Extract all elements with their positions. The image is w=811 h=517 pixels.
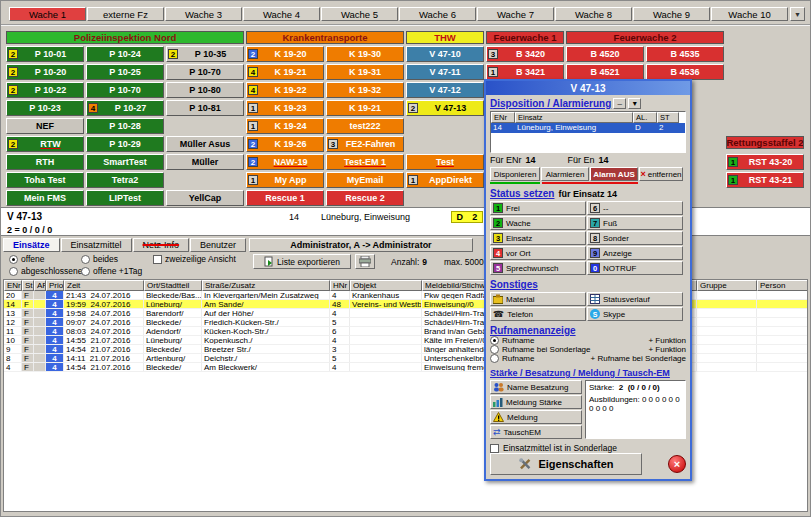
column-header-hnr[interactable]: HNr: [330, 280, 350, 291]
unit-button-p-10-27[interactable]: 4P 10-27: [86, 100, 164, 116]
unit-button-b-4521[interactable]: B 4521: [566, 64, 644, 80]
unit-button-p-10-70[interactable]: P 10-70: [166, 64, 244, 80]
status-button-7[interactable]: 7Fuß: [587, 216, 683, 230]
unit-button-k-19-30[interactable]: K 19-30: [326, 46, 404, 62]
status-button-1[interactable]: 1Frei: [490, 201, 586, 215]
unit-button-p-10-25[interactable]: P 10-25: [86, 64, 164, 80]
meldung-staerke-button[interactable]: Meldung Stärke: [490, 395, 582, 409]
tab-wache-3[interactable]: Wache 3: [165, 7, 242, 21]
unit-button-p-10-22[interactable]: 2P 10-22: [6, 82, 84, 98]
disponieren-button[interactable]: Disponieren: [490, 167, 540, 181]
tausch-em-button[interactable]: ⇄ TauschEM: [490, 425, 582, 439]
unit-button-müller[interactable]: Müller: [166, 154, 244, 170]
unit-button-p-10-24[interactable]: P 10-24: [86, 46, 164, 62]
status-button-9[interactable]: 9Anzeige: [587, 246, 683, 260]
tab-wache-6[interactable]: Wache 6: [399, 7, 476, 21]
dialog-close-button[interactable]: ×: [668, 455, 686, 473]
tab-wache-9[interactable]: Wache 9: [633, 7, 710, 21]
statusverlauf-button[interactable]: Statusverlauf: [587, 292, 683, 306]
column-header-prio[interactable]: Prio: [46, 280, 64, 291]
sonderlage-checkbox[interactable]: Einsatzmittel ist in Sonderlage: [490, 443, 686, 453]
column-header-enr[interactable]: ENr: [4, 280, 22, 291]
unit-button-v-47-13[interactable]: 2V 47-13: [406, 100, 484, 116]
unit-button-k-19-21[interactable]: 4K 19-21: [246, 64, 324, 80]
unit-button-mein-fms[interactable]: Mein FMS: [6, 190, 84, 206]
status-button-6[interactable]: 6--: [587, 201, 683, 215]
unit-button-naw-19[interactable]: 2NAW-19: [246, 154, 324, 170]
column-header-objekt[interactable]: Objekt: [350, 280, 422, 291]
unit-button-test[interactable]: Test: [406, 154, 484, 170]
dispo-menu-button[interactable]: ▾: [628, 98, 641, 109]
column-header-person[interactable]: Person: [757, 280, 808, 291]
unit-button-my-app[interactable]: 1My App: [246, 172, 324, 188]
rufname-option-3[interactable]: Rufname + Rufname bei Sonderlage: [490, 354, 686, 363]
unit-button-rescue-2[interactable]: Rescue 2: [326, 190, 404, 206]
unit-button-b-4535[interactable]: B 4535: [646, 46, 724, 62]
entfernen-button[interactable]: × entfernen: [639, 167, 683, 181]
unit-button-smarttest[interactable]: SmartTest: [86, 154, 164, 170]
unit-button-k-19-22[interactable]: 4K 19-22: [246, 82, 324, 98]
unit-button-tetra2[interactable]: Tetra2: [86, 172, 164, 188]
status-button-8[interactable]: 8Sonder: [587, 231, 683, 245]
unit-button-rst-43-20[interactable]: 1RST 43-20: [726, 154, 804, 170]
filter-abgeschlossene[interactable]: abgeschlossene: [9, 266, 82, 276]
view-tab-benutzer[interactable]: Benutzer: [190, 238, 246, 252]
unit-button-k-19-21[interactable]: K 19-21: [326, 100, 404, 116]
unit-button-k-19-32[interactable]: K 19-32: [326, 82, 404, 98]
unit-button-yellcap[interactable]: YellCap: [166, 190, 244, 206]
skype-button[interactable]: S Skype: [587, 307, 683, 321]
unit-button-p-10-28[interactable]: P 10-28: [86, 118, 164, 134]
unit-button-k-19-31[interactable]: K 19-31: [326, 64, 404, 80]
unit-button-p-10-29[interactable]: P 10-29: [86, 136, 164, 152]
tab-wache-10[interactable]: Wache 10: [711, 7, 788, 21]
tab-wache-8[interactable]: Wache 8: [555, 7, 632, 21]
unit-button-b-3421[interactable]: 1B 3421: [486, 64, 564, 80]
liste-exportieren-button[interactable]: Liste exportieren: [253, 254, 351, 269]
unit-button-k-19-20[interactable]: 2K 19-20: [246, 46, 324, 62]
unit-button-nef[interactable]: NEF: [6, 118, 84, 134]
view-tab-netz-info[interactable]: Netz-Info: [133, 238, 190, 252]
column-header-straße-zusatz[interactable]: Straße/Zusatz: [202, 280, 330, 291]
status-button-3[interactable]: 3Einsatz: [490, 231, 586, 245]
material-button[interactable]: Material: [490, 292, 586, 306]
unit-button-p-10-20[interactable]: 2P 10-20: [6, 64, 84, 80]
unit-button-b-4520[interactable]: B 4520: [566, 46, 644, 62]
unit-button-k-19-26[interactable]: 2K 19-26: [246, 136, 324, 152]
filter-offene[interactable]: offene: [9, 254, 44, 264]
print-button[interactable]: [355, 254, 375, 269]
rufname-option-1[interactable]: Rufname + Funktion: [490, 336, 686, 345]
status-button-0[interactable]: 0NOTRUF: [587, 261, 683, 275]
tab-wache-1[interactable]: Wache 1: [9, 7, 86, 21]
tab-wache-7[interactable]: Wache 7: [477, 7, 554, 21]
tab-wache-4[interactable]: Wache 4: [243, 7, 320, 21]
unit-button-müller-asus[interactable]: Müller Asus: [166, 136, 244, 152]
column-header-gruppe[interactable]: Gruppe: [697, 280, 757, 291]
unit-button-appdirekt[interactable]: 1AppDirekt: [406, 172, 484, 188]
column-header-ort-stadtteil[interactable]: Ort/Stadtteil: [144, 280, 202, 291]
view-tab-einsatzmittel[interactable]: Einsatzmittel: [61, 238, 132, 252]
unit-button-rth[interactable]: RTH: [6, 154, 84, 170]
eigenschaften-button[interactable]: Eigenschaften: [490, 453, 642, 475]
dispo-table-row[interactable]: 14Lüneburg, EinweisungD2: [491, 123, 685, 133]
unit-button-k-19-23[interactable]: 1K 19-23: [246, 100, 324, 116]
tab-scroll-button[interactable]: ▼: [790, 7, 805, 21]
unit-button-liptest[interactable]: LIPTest: [86, 190, 164, 206]
filter-beides[interactable]: beides: [81, 254, 118, 264]
view-tab-einsätze[interactable]: Einsätze: [3, 238, 60, 252]
unit-button-rtw[interactable]: 2RTW: [6, 136, 84, 152]
meldung-button[interactable]: Meldung: [490, 410, 582, 424]
unit-button-b-3420[interactable]: 3B 3420: [486, 46, 564, 62]
tab-wache-5[interactable]: Wache 5: [321, 7, 398, 21]
telefon-button[interactable]: ☎ Telefon: [490, 307, 586, 321]
zweizeilige-ansicht-checkbox[interactable]: zweizeilige Ansicht: [153, 254, 236, 264]
unit-button-test-em-1[interactable]: Test-EM 1: [326, 154, 404, 170]
column-header-st[interactable]: St: [22, 280, 34, 291]
dialog-titlebar[interactable]: V 47-13: [486, 81, 690, 95]
unit-button-p-10-01[interactable]: 2P 10-01: [6, 46, 84, 62]
unit-button-v-47-11[interactable]: V 47-11: [406, 64, 484, 80]
alarm-aus-button[interactable]: Alarm AUS: [590, 167, 638, 181]
unit-button-k-19-24[interactable]: 1K 19-24: [246, 118, 324, 134]
unit-button-myemail[interactable]: MyEmail: [326, 172, 404, 188]
unit-button-p-10-70[interactable]: P 10-70: [86, 82, 164, 98]
alarmieren-button[interactable]: Alarmieren: [541, 167, 589, 181]
